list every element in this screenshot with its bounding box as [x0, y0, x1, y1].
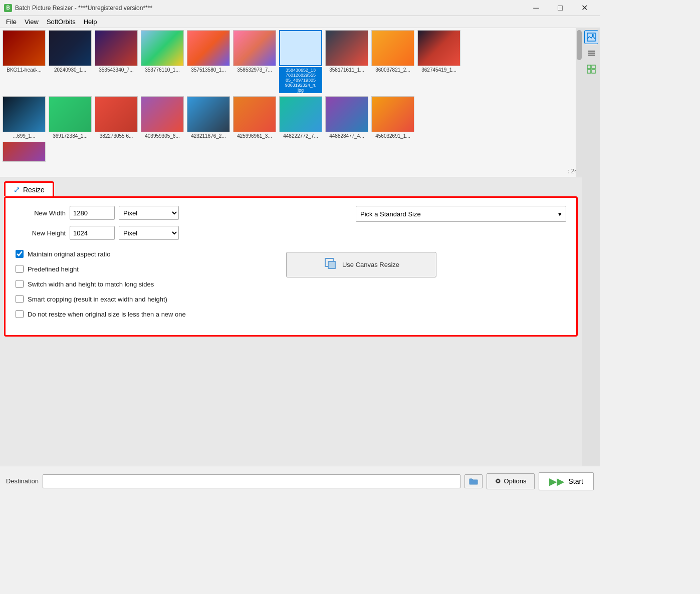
maintain-aspect-label[interactable]: Maintain original aspect ratio	[28, 250, 110, 258]
menu-softorbits[interactable]: SoftOrbits	[43, 17, 80, 27]
bottom-bar: Destination ⚙ Options ▶▶ Start	[0, 466, 600, 494]
thumb-8[interactable]: 358171611_1...	[325, 30, 369, 93]
gear-icon: ⚙	[495, 477, 501, 485]
menu-view[interactable]: View	[21, 17, 43, 27]
switch-sides-checkbox[interactable]	[16, 280, 24, 288]
thumb-15[interactable]: 423211676_2...	[186, 96, 230, 139]
thumb-6[interactable]: 358532973_7...	[232, 30, 277, 93]
thumb-18[interactable]: 448828477_4...	[325, 96, 369, 139]
resize-tab[interactable]: ⤢ Resize	[4, 181, 54, 196]
thumb-11[interactable]: ...699_1...	[2, 96, 46, 139]
thumb-label-13: 382273055 6...	[95, 133, 138, 139]
start-button[interactable]: ▶▶ Start	[539, 472, 594, 490]
standard-size-label: Pick a Standard Size	[360, 210, 421, 218]
height-row: New Height Pixel Percent Cm Inch	[16, 226, 179, 240]
predefined-height-row: Predefined height	[16, 265, 266, 273]
thumb-16[interactable]: 425996961_3...	[232, 96, 277, 139]
thumb-10[interactable]: 362745419_1...	[417, 30, 461, 93]
folder-icon	[469, 476, 479, 486]
thumb-img-7	[279, 30, 322, 66]
thumb-label-1: BKG11-head-...	[3, 67, 46, 73]
thumb-1[interactable]: BKG11-head-...	[2, 30, 46, 93]
thumb-img-5	[187, 30, 230, 66]
thumb-label-5: 357513580_1...	[187, 67, 230, 73]
thumb-3[interactable]: 353543340_7...	[94, 30, 138, 93]
thumb-4[interactable]: 353776110_1...	[140, 30, 184, 93]
thumb-img-16	[233, 96, 276, 132]
content-area: BKG11-head-... 20240930_1... 353543340_7…	[0, 28, 582, 466]
svg-rect-1	[328, 261, 335, 268]
window-title: Batch Picture Resizer - ****Unregistered…	[15, 5, 525, 12]
thumb-label-19: 456032691_1...	[371, 133, 414, 139]
thumb-2[interactable]: 20240930_1...	[48, 30, 92, 93]
maximize-button[interactable]: □	[549, 0, 572, 16]
thumb-5[interactable]: 357513580_1...	[186, 30, 230, 93]
options-button[interactable]: ⚙ Options	[487, 473, 535, 489]
sidebar-icon-grid[interactable]	[584, 62, 598, 76]
destination-input[interactable]	[43, 474, 460, 488]
thumb-20[interactable]	[2, 142, 46, 162]
thumb-13[interactable]: 382273055 6...	[94, 96, 138, 139]
thumb-label-4: 353776110_1...	[141, 67, 184, 73]
svg-point-4	[592, 34, 594, 36]
canvas-resize-icon	[323, 256, 337, 273]
thumb-label-18: 448828477_4...	[325, 133, 368, 139]
thumb-14[interactable]: 403959305_6...	[140, 96, 184, 139]
maintain-aspect-checkbox[interactable]	[16, 250, 24, 258]
thumb-17[interactable]: 448222772_7...	[279, 96, 323, 139]
thumb-img-20	[3, 142, 46, 162]
options-area: Maintain original aspect ratio Predefine…	[16, 250, 566, 325]
scrollbar[interactable]	[576, 28, 582, 177]
close-button[interactable]: ✕	[573, 0, 596, 16]
canvas-resize-button[interactable]: Use Canvas Resize	[286, 252, 436, 277]
thumb-label-3: 353543340_7...	[95, 67, 138, 73]
thumb-img-15	[187, 96, 230, 132]
resize-panel-container: ⤢ Resize New Width Pixel	[4, 196, 578, 337]
thumb-12[interactable]: 369172384_1...	[48, 96, 92, 139]
standard-size-dropdown[interactable]: Pick a Standard Size ▾	[356, 206, 566, 222]
no-resize-row: Do not resize when original size is less…	[16, 310, 266, 318]
folder-browse-button[interactable]	[464, 474, 483, 488]
thumb-label-14: 403959305_6...	[141, 133, 184, 139]
resize-tab-label: Resize	[23, 186, 45, 194]
thumb-label-10: 362745419_1...	[417, 67, 460, 73]
no-resize-label[interactable]: Do not resize when original size is less…	[28, 311, 186, 318]
thumb-img-14	[141, 96, 184, 132]
resize-panel: New Width Pixel Percent Cm Inch	[4, 196, 578, 337]
thumb-9[interactable]: 360037821_2...	[371, 30, 415, 93]
thumb-label-8: 358171611_1...	[325, 67, 368, 73]
app-icon: B	[4, 4, 12, 12]
grid-icon	[587, 65, 596, 74]
sidebar-icon-image[interactable]	[584, 30, 598, 44]
image-rows: BKG11-head-... 20240930_1... 353543340_7…	[0, 28, 576, 177]
canvas-resize-col: Use Canvas Resize	[286, 250, 436, 325]
width-input[interactable]	[70, 206, 115, 220]
thumb-7-selected[interactable]: 358430652_1376012682955585_4897193059863…	[279, 30, 323, 93]
width-row: New Width Pixel Percent Cm Inch	[16, 206, 179, 220]
new-height-label: New Height	[16, 229, 66, 237]
thumb-19[interactable]: 456032691_1...	[371, 96, 415, 139]
predefined-height-label[interactable]: Predefined height	[28, 265, 79, 273]
minimize-button[interactable]: ─	[525, 0, 548, 16]
switch-sides-label[interactable]: Switch width and height to match long si…	[28, 280, 154, 288]
menu-help[interactable]: Help	[80, 17, 101, 27]
smart-cropping-label[interactable]: Smart cropping (result in exact width an…	[28, 295, 167, 303]
height-unit-select[interactable]: Pixel Percent Cm Inch	[119, 226, 179, 240]
width-unit-select[interactable]: Pixel Percent Cm Inch	[119, 206, 179, 220]
height-input[interactable]	[70, 226, 115, 240]
thumb-label-15: 423211676_2...	[187, 133, 230, 139]
scrollbar-thumb[interactable]	[577, 30, 582, 60]
start-label: Start	[568, 477, 583, 485]
sidebar-icon-list[interactable]	[584, 46, 598, 60]
thumb-img-11	[3, 96, 46, 132]
predefined-height-checkbox[interactable]	[16, 265, 24, 273]
options-label: Options	[504, 477, 527, 485]
thumb-label-9: 360037821_2...	[371, 67, 414, 73]
thumb-img-13	[95, 96, 138, 132]
canvas-icon-svg	[323, 256, 337, 270]
list-icon	[587, 49, 596, 58]
thumb-img-1	[3, 30, 46, 66]
no-resize-checkbox[interactable]	[16, 310, 24, 318]
smart-cropping-checkbox[interactable]	[16, 295, 24, 303]
menu-file[interactable]: File	[2, 17, 21, 27]
